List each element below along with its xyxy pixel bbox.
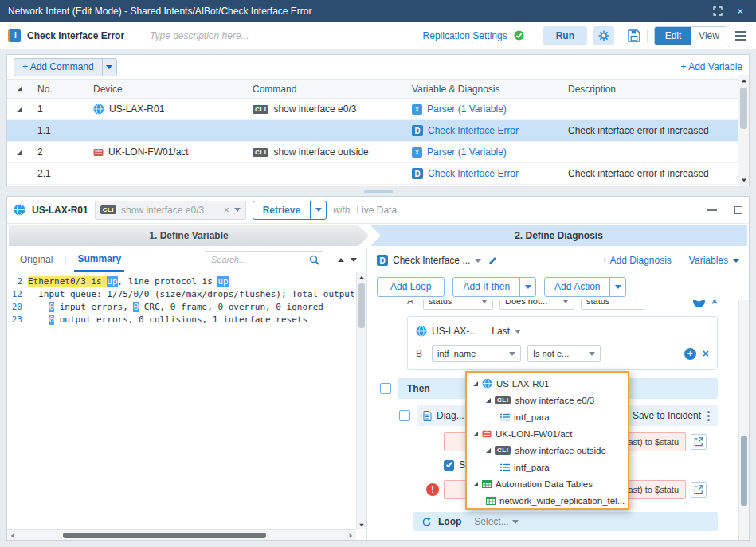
scroll-thumb[interactable] [740,88,747,129]
add-action-dropdown[interactable] [609,278,625,296]
table-row-1-1[interactable]: 1.1 D Check Interface Error Check interf… [7,120,749,142]
add-condition-icon[interactable]: + [693,300,705,307]
command-select[interactable]: CLI show interface e0/3 × [95,201,246,220]
add-diagnosis-link[interactable]: + Add Diagnosis [602,255,672,266]
menu-icon[interactable] [734,29,748,42]
tree-item-label: show interface outside [515,446,605,455]
tree-item-variable[interactable]: intf_para [467,408,628,425]
row-number: 2 [31,142,87,162]
collapse-all-icon[interactable] [17,87,22,92]
save-icon[interactable] [628,29,640,42]
expand-icon[interactable] [486,398,491,403]
expand-icon[interactable] [473,482,478,486]
run-settings-gear-icon[interactable] [593,26,614,45]
table-row-2-1[interactable]: 2.1 D Check Interface Error Check interf… [7,163,749,185]
add-action-button[interactable]: Add Action [544,277,626,297]
diagnosis-link[interactable]: Check Interface Error [428,168,519,179]
edit-mode-button[interactable]: Edit [655,27,691,45]
splitter-grip[interactable] [364,190,393,193]
tab-summary[interactable]: Summary [74,248,124,272]
condition-field-select[interactable]: status [423,300,493,310]
scroll-thumb[interactable] [741,436,747,506]
chevron-down-icon[interactable] [515,330,521,334]
parser-link[interactable]: Parser (1 Variable) [427,104,507,115]
severity-checkbox[interactable] [444,460,454,471]
add-variable-link[interactable]: + Add Variable [680,61,742,72]
command-table-card: + Add Command + Add Variable No. Device … [6,54,750,186]
expand-icon[interactable] [473,381,478,386]
expand-icon[interactable] [17,150,22,155]
retrieve-button[interactable]: Retrieve [253,201,327,220]
remove-condition-icon[interactable]: × [711,300,718,307]
tree-item-data-tables[interactable]: Automation Data Tables [467,475,628,492]
condition-value-input[interactable]: status [581,300,644,310]
scroll-left-icon[interactable] [7,530,18,541]
diagnosis-link[interactable]: Check Interface Error [428,125,519,136]
add-if-then-button[interactable]: Add If-then [452,277,536,297]
diagnosis-selector[interactable]: Check Interface ... [393,255,470,266]
edit-diagnosis-icon[interactable] [488,256,498,266]
replication-settings-link[interactable]: Replication Settings [423,30,507,41]
add-loop-button[interactable]: Add Loop [377,277,445,297]
tree-item-device[interactable]: UK-LON-FW01/act [467,425,628,442]
router-icon [482,378,492,389]
view-mode-button[interactable]: View [691,27,727,45]
search-icon[interactable] [309,255,319,265]
tree-item-variable[interactable]: intf_para [467,459,628,475]
clear-command-icon[interactable]: × [224,205,229,216]
condition-operator-select[interactable]: Does not... [499,300,574,310]
scroll-up-icon[interactable] [738,75,749,86]
loop-select[interactable]: Select... [474,516,518,527]
scroll-thumb[interactable] [358,283,365,328]
scope-qualifier[interactable]: Last [492,326,510,337]
code-vscrollbar[interactable] [356,272,366,529]
prev-match-icon[interactable] [338,258,344,262]
close-icon[interactable]: × [732,3,748,19]
search-input[interactable] [211,255,306,264]
add-command-button[interactable]: + Add Command [14,58,117,76]
expand-icon[interactable] [17,107,22,112]
scroll-up-icon[interactable] [357,272,366,282]
condition-operator-select[interactable]: Is not e... [527,345,601,362]
condition-field-select[interactable]: intf_name [432,345,521,362]
expand-icon[interactable] [473,432,478,436]
add-condition-icon[interactable]: + [684,348,696,360]
add-command-dropdown[interactable] [102,59,116,76]
next-match-icon[interactable] [351,258,357,262]
parser-link[interactable]: Parser (1 Variable) [427,147,507,158]
scroll-thumb[interactable] [63,533,266,538]
remove-condition-icon[interactable]: × [703,347,709,360]
pane-splitter[interactable] [0,189,756,195]
code-hscrollbar[interactable] [7,529,356,540]
collapse-diagnosis-icon[interactable]: − [399,410,410,421]
table-row-1[interactable]: 1 US-LAX-R01 CLI show interface e0/3 x P… [7,99,749,120]
add-if-then-dropdown[interactable] [519,278,535,296]
table-scrollbar[interactable] [738,75,749,186]
open-editor-icon[interactable] [691,434,707,450]
maximize-pane-icon[interactable] [734,206,742,214]
run-button[interactable]: Run [543,26,587,45]
open-editor-icon[interactable] [691,482,707,498]
tree-item-data-table[interactable]: network_wide_replication_tel... [467,492,628,509]
scroll-down-icon[interactable] [738,174,749,186]
tree-item-command[interactable]: CLI show interface outside [467,442,628,459]
tree-item-device[interactable]: US-LAX-R01 [467,375,628,392]
tab-original[interactable]: Original [17,254,56,265]
scroll-right-icon[interactable] [346,530,356,541]
fullscreen-icon[interactable] [710,3,726,19]
collapse-then-icon[interactable]: − [380,383,391,394]
tree-item-command[interactable]: CLI show interface e0/3 [467,392,628,408]
description-input[interactable] [150,30,398,41]
variables-dropdown[interactable]: Variables [689,255,728,266]
chevron-down-icon[interactable] [234,208,241,212]
diagnosis-scrollbar[interactable] [738,300,749,540]
retrieve-dropdown[interactable] [310,201,326,219]
minimize-pane-icon[interactable] [707,209,717,211]
expand-icon[interactable] [486,448,491,453]
parsed-output[interactable]: 2 Ethernet0/3 is up, line protocol is up… [7,272,356,529]
scroll-down-icon[interactable] [357,520,366,529]
chevron-down-icon[interactable] [475,259,481,263]
table-row-2[interactable]: 2 UK-LON-FW01/act CLI show interface out… [7,142,749,163]
chevron-down-icon[interactable] [733,259,739,263]
more-options-icon[interactable] [706,409,711,423]
